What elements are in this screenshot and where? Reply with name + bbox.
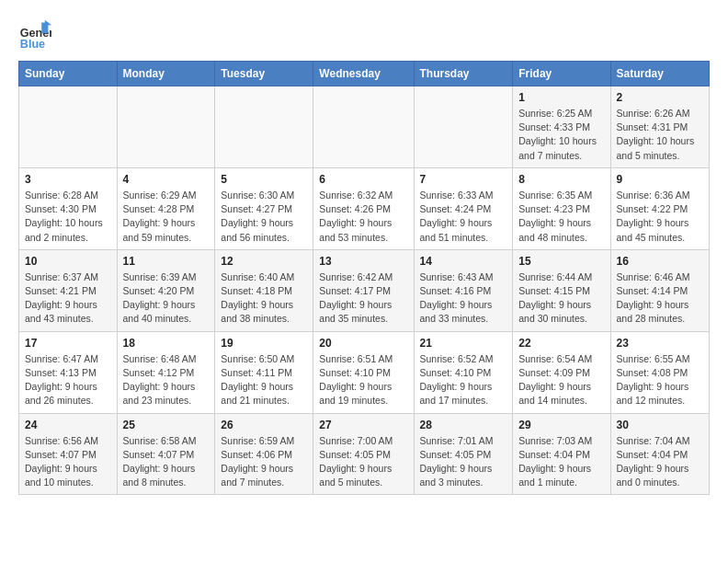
day-number: 1 <box>518 91 604 104</box>
day-number: 18 <box>123 337 210 350</box>
day-info: Sunrise: 6:26 AM Sunset: 4:31 PM Dayligh… <box>617 107 703 163</box>
calendar-cell: 25Sunrise: 6:58 AM Sunset: 4:07 PM Dayli… <box>117 413 215 495</box>
calendar-cell: 3Sunrise: 6:28 AM Sunset: 4:30 PM Daylig… <box>19 167 118 249</box>
calendar-cell: 22Sunrise: 6:54 AM Sunset: 4:09 PM Dayli… <box>513 331 610 413</box>
day-number: 17 <box>25 337 111 350</box>
week-row-5: 24Sunrise: 6:56 AM Sunset: 4:07 PM Dayli… <box>19 413 710 495</box>
day-number: 10 <box>25 255 111 268</box>
day-number: 5 <box>221 173 307 186</box>
calendar-cell: 23Sunrise: 6:55 AM Sunset: 4:08 PM Dayli… <box>610 331 709 413</box>
calendar-table: SundayMondayTuesdayWednesdayThursdayFrid… <box>18 61 710 495</box>
calendar-cell <box>313 86 414 168</box>
day-info: Sunrise: 6:46 AM Sunset: 4:14 PM Dayligh… <box>617 270 703 327</box>
day-info: Sunrise: 6:35 AM Sunset: 4:23 PM Dayligh… <box>518 189 604 245</box>
day-number: 8 <box>518 173 604 186</box>
day-info: Sunrise: 6:52 AM Sunset: 4:10 PM Dayligh… <box>420 352 507 408</box>
day-info: Sunrise: 6:39 AM Sunset: 4:20 PM Dayligh… <box>123 270 210 327</box>
calendar-cell: 28Sunrise: 7:01 AM Sunset: 4:05 PM Dayli… <box>414 413 513 495</box>
day-info: Sunrise: 6:47 AM Sunset: 4:13 PM Dayligh… <box>25 352 111 408</box>
day-number: 14 <box>420 255 507 268</box>
day-info: Sunrise: 6:54 AM Sunset: 4:09 PM Dayligh… <box>518 352 604 408</box>
calendar-cell: 26Sunrise: 6:59 AM Sunset: 4:06 PM Dayli… <box>215 413 313 495</box>
day-number: 24 <box>25 419 111 431</box>
day-info: Sunrise: 6:58 AM Sunset: 4:07 PM Dayligh… <box>123 434 210 490</box>
day-number: 26 <box>221 419 307 431</box>
calendar-cell: 10Sunrise: 6:37 AM Sunset: 4:21 PM Dayli… <box>19 249 118 331</box>
calendar-cell: 14Sunrise: 6:43 AM Sunset: 4:16 PM Dayli… <box>414 249 513 331</box>
header-thursday: Thursday <box>414 62 513 86</box>
day-number: 2 <box>617 91 703 104</box>
calendar-cell: 24Sunrise: 6:56 AM Sunset: 4:07 PM Dayli… <box>19 413 118 495</box>
calendar-cell: 13Sunrise: 6:42 AM Sunset: 4:17 PM Dayli… <box>313 249 414 331</box>
calendar-cell: 27Sunrise: 7:00 AM Sunset: 4:05 PM Dayli… <box>313 413 414 495</box>
day-number: 12 <box>221 255 307 268</box>
day-number: 3 <box>25 173 111 186</box>
day-number: 9 <box>617 173 703 186</box>
day-number: 19 <box>221 337 307 350</box>
day-number: 23 <box>617 337 703 350</box>
calendar-cell: 1Sunrise: 6:25 AM Sunset: 4:33 PM Daylig… <box>513 86 610 168</box>
week-row-1: 1Sunrise: 6:25 AM Sunset: 4:33 PM Daylig… <box>19 86 710 168</box>
calendar-cell: 29Sunrise: 7:03 AM Sunset: 4:04 PM Dayli… <box>513 413 610 495</box>
svg-marker-3 <box>45 20 51 25</box>
day-info: Sunrise: 6:33 AM Sunset: 4:24 PM Dayligh… <box>420 189 507 245</box>
day-info: Sunrise: 6:30 AM Sunset: 4:27 PM Dayligh… <box>221 189 307 245</box>
calendar-body: 1Sunrise: 6:25 AM Sunset: 4:33 PM Daylig… <box>19 86 710 495</box>
day-number: 20 <box>319 337 407 350</box>
week-row-4: 17Sunrise: 6:47 AM Sunset: 4:13 PM Dayli… <box>19 331 710 413</box>
calendar-cell: 12Sunrise: 6:40 AM Sunset: 4:18 PM Dayli… <box>215 249 313 331</box>
day-info: Sunrise: 6:29 AM Sunset: 4:28 PM Dayligh… <box>123 189 210 245</box>
page-header: General Blue <box>18 18 710 52</box>
day-number: 27 <box>319 419 407 431</box>
day-info: Sunrise: 6:32 AM Sunset: 4:26 PM Dayligh… <box>319 189 407 245</box>
day-number: 11 <box>123 255 210 268</box>
calendar-cell: 18Sunrise: 6:48 AM Sunset: 4:12 PM Dayli… <box>117 331 215 413</box>
day-info: Sunrise: 6:48 AM Sunset: 4:12 PM Dayligh… <box>123 352 210 408</box>
calendar-cell: 21Sunrise: 6:52 AM Sunset: 4:10 PM Dayli… <box>414 331 513 413</box>
calendar-cell: 15Sunrise: 6:44 AM Sunset: 4:15 PM Dayli… <box>513 249 610 331</box>
calendar-cell <box>117 86 215 168</box>
calendar-cell: 8Sunrise: 6:35 AM Sunset: 4:23 PM Daylig… <box>513 167 610 249</box>
day-number: 28 <box>420 419 507 431</box>
day-info: Sunrise: 6:51 AM Sunset: 4:10 PM Dayligh… <box>319 352 407 408</box>
day-number: 30 <box>617 419 703 431</box>
day-info: Sunrise: 6:36 AM Sunset: 4:22 PM Dayligh… <box>617 189 703 245</box>
day-info: Sunrise: 6:42 AM Sunset: 4:17 PM Dayligh… <box>319 270 407 327</box>
header-monday: Monday <box>117 62 215 86</box>
calendar-cell: 19Sunrise: 6:50 AM Sunset: 4:11 PM Dayli… <box>215 331 313 413</box>
header-wednesday: Wednesday <box>313 62 414 86</box>
day-number: 21 <box>420 337 507 350</box>
day-info: Sunrise: 6:43 AM Sunset: 4:16 PM Dayligh… <box>420 270 507 327</box>
calendar-cell <box>215 86 313 168</box>
day-number: 4 <box>123 173 210 186</box>
calendar-cell: 17Sunrise: 6:47 AM Sunset: 4:13 PM Dayli… <box>19 331 118 413</box>
calendar-cell: 2Sunrise: 6:26 AM Sunset: 4:31 PM Daylig… <box>610 86 709 168</box>
day-number: 25 <box>123 419 210 431</box>
day-info: Sunrise: 6:40 AM Sunset: 4:18 PM Dayligh… <box>221 270 307 327</box>
calendar-cell: 5Sunrise: 6:30 AM Sunset: 4:27 PM Daylig… <box>215 167 313 249</box>
calendar-cell <box>414 86 513 168</box>
day-number: 6 <box>319 173 407 186</box>
day-number: 13 <box>319 255 407 268</box>
calendar-cell <box>19 86 118 168</box>
week-row-3: 10Sunrise: 6:37 AM Sunset: 4:21 PM Dayli… <box>19 249 710 331</box>
calendar-cell: 6Sunrise: 6:32 AM Sunset: 4:26 PM Daylig… <box>313 167 414 249</box>
day-info: Sunrise: 6:59 AM Sunset: 4:06 PM Dayligh… <box>221 434 307 490</box>
day-number: 29 <box>518 419 604 431</box>
day-info: Sunrise: 6:55 AM Sunset: 4:08 PM Dayligh… <box>617 352 703 408</box>
header-friday: Friday <box>513 62 610 86</box>
day-number: 22 <box>518 337 604 350</box>
calendar-cell: 7Sunrise: 6:33 AM Sunset: 4:24 PM Daylig… <box>414 167 513 249</box>
day-info: Sunrise: 7:01 AM Sunset: 4:05 PM Dayligh… <box>420 434 507 490</box>
day-info: Sunrise: 6:25 AM Sunset: 4:33 PM Dayligh… <box>518 107 604 163</box>
header-row: SundayMondayTuesdayWednesdayThursdayFrid… <box>19 62 710 86</box>
calendar-cell: 20Sunrise: 6:51 AM Sunset: 4:10 PM Dayli… <box>313 331 414 413</box>
day-number: 15 <box>518 255 604 268</box>
day-info: Sunrise: 7:04 AM Sunset: 4:04 PM Dayligh… <box>617 434 703 490</box>
calendar-cell: 9Sunrise: 6:36 AM Sunset: 4:22 PM Daylig… <box>610 167 709 249</box>
calendar-cell: 4Sunrise: 6:29 AM Sunset: 4:28 PM Daylig… <box>117 167 215 249</box>
calendar-cell: 11Sunrise: 6:39 AM Sunset: 4:20 PM Dayli… <box>117 249 215 331</box>
calendar-header: SundayMondayTuesdayWednesdayThursdayFrid… <box>19 62 710 86</box>
logo: General Blue <box>18 18 55 52</box>
calendar-cell: 30Sunrise: 7:04 AM Sunset: 4:04 PM Dayli… <box>610 413 709 495</box>
